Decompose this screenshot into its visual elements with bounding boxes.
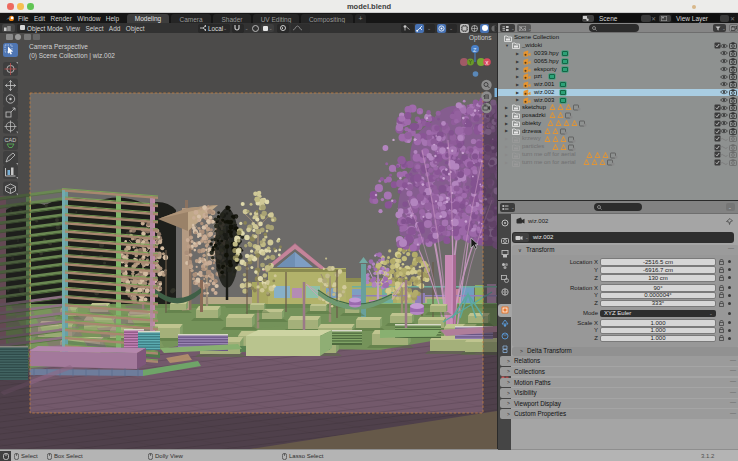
svg-text:CAD: CAD xyxy=(5,137,17,143)
svg-text:(0) Scene Collection | wiz.002: (0) Scene Collection | wiz.002 xyxy=(29,52,115,60)
svg-text:⌄: ⌄ xyxy=(488,35,492,41)
svg-text:Camera Perspective: Camera Perspective xyxy=(29,43,88,51)
